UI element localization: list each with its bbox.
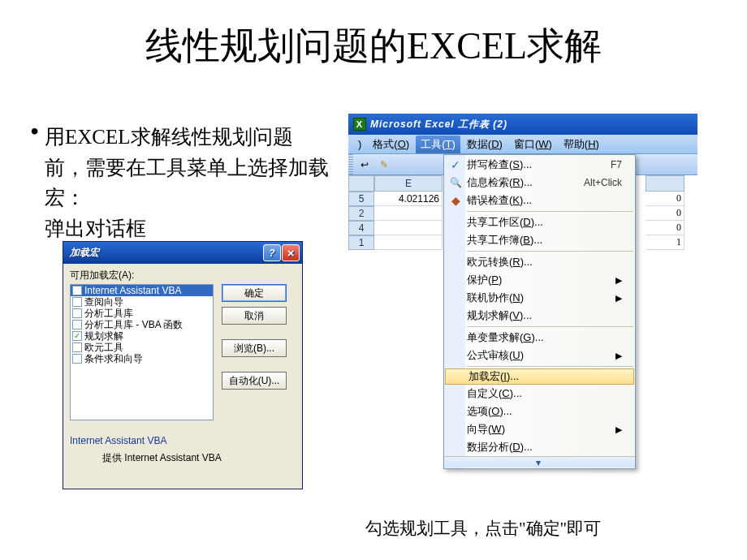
- menu-item-label: 信息检索(R)...: [467, 175, 584, 190]
- blank-icon: [447, 386, 464, 401]
- slide-title: 线性规划问题的EXCEL求解: [0, 0, 747, 71]
- menu-item-label: 自定义(C)...: [467, 386, 622, 401]
- excel-menubar[interactable]: )格式(O)工具(T)数据(D)窗口(W)帮助(H): [348, 135, 746, 154]
- browse-button[interactable]: 浏览(B)...: [222, 339, 287, 357]
- cell[interactable]: [374, 221, 443, 235]
- addin-desc-title: Internet Assistant VBA: [70, 435, 296, 446]
- addin-list-label: 可用加载宏(A):: [70, 269, 296, 282]
- addin-listbox[interactable]: Internet Assistant VBA查阅向导分析工具库分析工具库 - V…: [70, 284, 214, 420]
- cell[interactable]: 0: [646, 192, 684, 206]
- menu-item-label: 加载宏(I)...: [468, 369, 620, 384]
- menu-item-label: 共享工作簿(B)...: [467, 233, 622, 248]
- addin-item-label: 条件求和向导: [84, 352, 143, 366]
- checkbox-icon[interactable]: [72, 354, 82, 364]
- addin-item[interactable]: 条件求和向导: [71, 353, 213, 364]
- menu-shortcut: F7: [611, 159, 622, 170]
- undo-icon[interactable]: ↩: [356, 157, 373, 173]
- close-button[interactable]: ×: [282, 244, 300, 261]
- chevron-right-icon: ▶: [615, 293, 622, 304]
- tools-menu-item[interactable]: 共享工作区(D)...: [444, 213, 635, 231]
- tools-menu-item[interactable]: 选项(O)...: [444, 403, 635, 420]
- error-icon: ◆: [447, 193, 464, 208]
- menu-item[interactable]: ): [353, 136, 366, 152]
- row-header[interactable]: 4: [348, 221, 374, 235]
- tools-menu-item[interactable]: 欧元转换(R)...: [444, 253, 635, 271]
- row-header[interactable]: 5: [348, 192, 374, 206]
- tools-menu-item[interactable]: 加载宏(I)...: [445, 368, 634, 385]
- tools-menu: ✓拼写检查(S)...F7🔍信息检索(R)...Alt+Click◆错误检查(K…: [443, 154, 636, 469]
- select-all-corner[interactable]: [348, 175, 374, 192]
- checkbox-icon[interactable]: [72, 308, 82, 318]
- cell[interactable]: [374, 235, 443, 250]
- checkbox-icon[interactable]: [72, 286, 82, 295]
- menu-item[interactable]: 格式(O): [368, 136, 414, 153]
- checkbox-icon[interactable]: [72, 297, 82, 307]
- bullet-line2: 弹出对话框: [45, 218, 146, 239]
- tools-menu-item[interactable]: 向导(W)▶: [444, 420, 635, 438]
- excel-window: X Microsoft Excel 工作表 (2) )格式(O)工具(T)数据(…: [348, 114, 746, 487]
- checkbox-icon[interactable]: [72, 320, 82, 330]
- row-header[interactable]: 1: [348, 235, 374, 250]
- help-button[interactable]: ?: [263, 244, 281, 261]
- menu-separator: [467, 251, 633, 252]
- tools-menu-item[interactable]: ✓拼写检查(S)...F7: [444, 156, 635, 174]
- menu-item-label: 公式审核(U): [467, 348, 615, 363]
- blank-icon: [447, 291, 464, 305]
- checkbox-icon[interactable]: [72, 342, 82, 352]
- tools-menu-item[interactable]: 规划求解(V)...: [444, 307, 635, 325]
- menu-item[interactable]: 窗口(W): [509, 136, 557, 153]
- cell[interactable]: 0: [646, 221, 684, 235]
- cancel-button[interactable]: 取消: [222, 307, 287, 325]
- cell[interactable]: 1: [646, 235, 684, 250]
- menu-item[interactable]: 工具(T): [416, 136, 460, 153]
- tools-menu-item[interactable]: 共享工作簿(B)...: [444, 231, 635, 249]
- tools-menu-item[interactable]: 单变量求解(G)...: [444, 329, 635, 347]
- bullet-line1: 用EXCEL求解线性规划问题前，需要在工具菜单上选择加载宏：: [45, 126, 329, 209]
- tools-menu-item[interactable]: 联机协作(N)▶: [444, 289, 635, 307]
- blank-icon: [447, 404, 464, 419]
- menu-separator: [467, 326, 633, 327]
- blank-icon: [447, 233, 464, 248]
- menu-item-label: 保护(P): [467, 273, 615, 287]
- tools-menu-item[interactable]: 数据分析(D)...: [444, 438, 635, 456]
- tools-menu-item[interactable]: 公式审核(U)▶: [444, 347, 635, 364]
- menu-item[interactable]: 数据(D): [462, 136, 507, 153]
- tools-menu-item[interactable]: ◆错误检查(K)...: [444, 192, 635, 209]
- cell[interactable]: [374, 206, 443, 221]
- cell[interactable]: 0: [646, 206, 684, 221]
- menu-item-label: 欧元转换(R)...: [467, 255, 622, 269]
- blank-icon: [447, 308, 464, 323]
- checkbox-icon[interactable]: ✓: [72, 331, 82, 341]
- addin-titlebar[interactable]: 加载宏 ? ×: [63, 242, 302, 264]
- menu-item-label: 共享工作区(D)...: [467, 215, 622, 230]
- ok-button[interactable]: 确定: [222, 284, 287, 302]
- blank-icon: [447, 440, 464, 454]
- blank-icon: [447, 255, 464, 269]
- col-header-E[interactable]: E: [374, 175, 443, 192]
- blank-icon: [447, 215, 464, 230]
- tools-menu-item[interactable]: 自定义(C)...: [444, 385, 635, 403]
- excel-titlebar: X Microsoft Excel 工作表 (2): [348, 114, 746, 135]
- menu-item-label: 规划求解(V)...: [467, 308, 622, 323]
- addin-desc-body: 提供 Internet Assistant VBA: [102, 451, 222, 465]
- menu-item-label: 错误检查(K)...: [467, 193, 622, 208]
- excel-app-icon: X: [353, 118, 366, 131]
- blank-icon: [449, 369, 465, 384]
- tools-menu-item[interactable]: 🔍信息检索(R)...Alt+Click: [444, 174, 635, 192]
- menu-item-label: 数据分析(D)...: [467, 440, 622, 454]
- row-header[interactable]: 2: [348, 206, 374, 221]
- addin-dialog: 加载宏 ? × 可用加载宏(A): Internet Assistant VBA…: [63, 241, 303, 489]
- cell[interactable]: 4.021126: [374, 192, 443, 206]
- menu-shortcut: Alt+Click: [584, 177, 622, 188]
- menu-item[interactable]: 帮助(H): [559, 136, 604, 153]
- menu-item-label: 选项(O)...: [467, 404, 622, 419]
- menu-separator: [467, 211, 633, 212]
- menu-separator: [467, 366, 633, 367]
- automation-button[interactable]: 自动化(U)...: [222, 372, 287, 390]
- chevron-right-icon: ▶: [615, 424, 622, 435]
- tools-menu-item[interactable]: 保护(P)▶: [444, 271, 635, 289]
- menu-item-label: 单变量求解(G)...: [467, 330, 622, 345]
- brush-icon[interactable]: ✎: [376, 157, 392, 173]
- menu-expand-icon[interactable]: ▾: [444, 456, 635, 467]
- col-g-strip: 0001: [646, 175, 684, 250]
